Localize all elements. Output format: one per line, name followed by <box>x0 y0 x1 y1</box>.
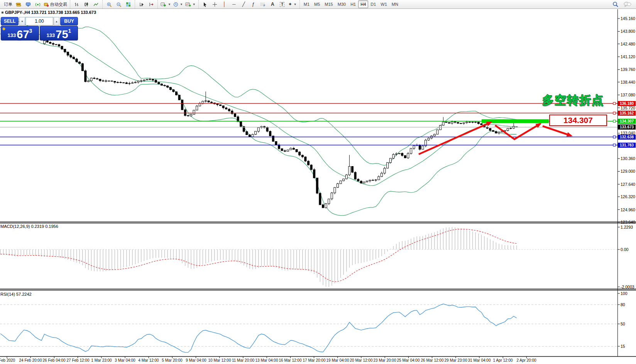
vertical-line-button[interactable]: │ <box>220 0 229 8</box>
candlestick-chart-button[interactable] <box>81 0 91 8</box>
tab-timeframe-M1[interactable]: M1 <box>301 0 312 8</box>
turning-point-annotation[interactable]: 多空转折点 <box>542 93 604 108</box>
tab-timeframe-D1[interactable]: D1 <box>368 0 378 8</box>
new-order-button[interactable]: 订单 <box>3 0 14 8</box>
svg-text:F: F <box>264 4 265 7</box>
hline-handle[interactable] <box>613 102 616 104</box>
tab-timeframe-W1[interactable]: W1 <box>378 0 389 8</box>
horizontal-line-icon: ─ <box>232 2 236 7</box>
hline-handle[interactable] <box>613 136 616 138</box>
macd-tick-label: 1.2293 <box>621 225 633 229</box>
buy-price-box[interactable]: 133 75 1 <box>40 26 78 40</box>
fibonacci-button[interactable]: ƒ <box>249 0 258 8</box>
rsi-label: RSI(14) 57.2242 <box>0 292 32 297</box>
trendline-icon: ╱ <box>242 2 245 7</box>
crosshair-button[interactable] <box>210 0 220 8</box>
price-tick-label: 126.320 <box>621 194 635 199</box>
hline-handle[interactable] <box>613 120 616 122</box>
shapes-icon: ✦ <box>288 2 292 7</box>
shapes-button[interactable]: ✦▼ <box>287 0 298 8</box>
tile-windows-button[interactable] <box>123 0 133 8</box>
price-badge: 132.638 <box>618 135 636 140</box>
tab-timeframe-M30[interactable]: M30 <box>335 0 348 8</box>
volume-decrease-button[interactable]: ▼ <box>19 17 25 25</box>
new-order-label: 订单 <box>4 2 12 7</box>
toolbar-group-chart-type <box>70 0 102 8</box>
horizontal-line-button[interactable]: ─ <box>229 0 239 8</box>
rsi-tick-label: 50 <box>621 322 625 326</box>
toolbar-group-drawing: │ ─ ╱ ƒ F A T ✦▼ <box>198 0 299 8</box>
time-axis-label: 26 Mar 12:00 <box>421 358 444 362</box>
volume-increase-button[interactable]: ▲ <box>54 17 59 25</box>
sell-label: SELL <box>4 19 16 24</box>
time-axis-label: 20 Mar 12:00 <box>350 358 373 362</box>
text-label-button[interactable]: T <box>277 0 287 8</box>
clock-icon <box>173 2 178 7</box>
tab-timeframe-H1[interactable]: H1 <box>348 0 358 8</box>
text-icon: A <box>271 2 274 7</box>
time-axis-label: 23 Mar 20:00 <box>374 358 396 362</box>
price-tick-label: 141.120 <box>621 54 635 59</box>
price-tick-label: 129.000 <box>621 169 635 174</box>
indicators-button[interactable]: ▼ <box>184 0 197 8</box>
candlestick-icon <box>84 2 89 7</box>
chevron-down-icon: ▼ <box>193 3 196 6</box>
signals-button[interactable] <box>33 0 42 8</box>
cursor-button[interactable] <box>200 0 210 8</box>
axis-ticks <box>7 19 620 358</box>
time-axis-label: 17 Mar 20:00 <box>303 358 326 362</box>
tab-timeframe-M5[interactable]: M5 <box>312 0 322 8</box>
resistance-highlight-bar[interactable] <box>482 119 549 123</box>
zoom-out-button[interactable] <box>114 0 123 8</box>
trend-arrow[interactable] <box>543 126 571 136</box>
buy-button[interactable]: BUY <box>60 17 78 25</box>
price-tick-label: 130.360 <box>621 156 635 161</box>
price-badge: 133.673 <box>618 125 636 130</box>
new-chart-button[interactable]: ▼ <box>159 0 172 8</box>
chart-shift-button[interactable] <box>146 0 156 8</box>
trendline-button[interactable]: ╱ <box>239 0 249 8</box>
buy-price-sup: 1 <box>68 28 71 34</box>
toolbar-group-windows: ▼ ▼ ▼ <box>157 0 198 8</box>
cursor-icon <box>203 2 207 7</box>
autotrading-button[interactable]: 自动交易 <box>42 0 68 8</box>
autotrading-icon <box>44 2 49 7</box>
search-button[interactable] <box>611 0 620 8</box>
zoom-in-icon <box>107 2 112 7</box>
vertical-line-icon: │ <box>223 2 226 7</box>
hline-handle[interactable] <box>613 112 616 114</box>
price-tick-label: 135.720 <box>621 106 635 110</box>
cycle-lines-button[interactable]: F <box>258 0 268 8</box>
sell-button[interactable]: SELL <box>1 17 19 25</box>
hline-handle[interactable] <box>613 144 616 146</box>
price-badge: 136.180 <box>618 101 636 106</box>
volume-input[interactable]: 1.00 <box>25 17 53 25</box>
price-callout-label[interactable]: 134.307 <box>549 115 607 126</box>
line-chart-icon <box>93 2 98 7</box>
data-window-button[interactable] <box>23 0 33 8</box>
signal-icon <box>35 2 41 7</box>
line-chart-button[interactable] <box>91 0 101 8</box>
macd-histogram <box>0 227 617 287</box>
price-callout-value: 134.307 <box>563 116 593 125</box>
price-tick-label: 145.160 <box>621 16 635 21</box>
auto-scroll-button[interactable] <box>137 0 146 8</box>
text-button[interactable]: A <box>268 0 277 8</box>
price-badge: 135.162 <box>618 111 636 116</box>
price-tick-label: 142.480 <box>621 42 635 46</box>
bar-chart-button[interactable] <box>72 0 81 8</box>
tab-timeframe-MN[interactable]: MN <box>389 0 401 8</box>
profiles-button[interactable]: ▼ <box>172 0 184 8</box>
symbol-header: GBPJPY-,H4 133.721 133.738 133.665 133.6… <box>2 10 96 15</box>
time-axis-label: 10 Mar 12:00 <box>208 358 231 362</box>
crosshair-icon <box>212 2 217 7</box>
zoom-in-button[interactable] <box>104 0 114 8</box>
chat-button[interactable] <box>622 0 633 8</box>
sell-price-box[interactable]: 133 67 3 <box>1 26 39 40</box>
tab-timeframe-M15[interactable]: M15 <box>322 0 335 8</box>
rsi-tick-label: 80 <box>621 302 625 307</box>
tab-timeframe-H4[interactable]: H4 <box>358 0 368 8</box>
market-watch-button[interactable] <box>14 0 23 8</box>
indicators-icon <box>185 2 191 7</box>
chart-canvas[interactable] <box>0 0 636 364</box>
